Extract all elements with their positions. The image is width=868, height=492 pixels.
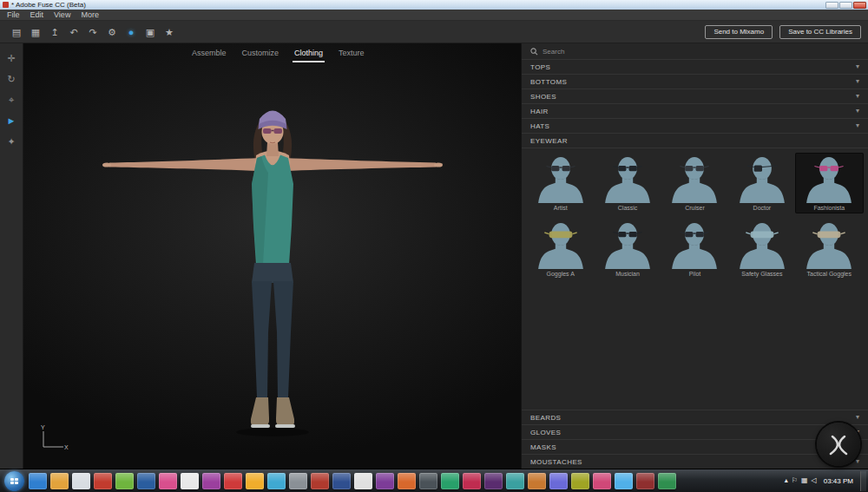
tab-customize[interactable]: Customize xyxy=(240,46,281,62)
taskbar-app-icon[interactable] xyxy=(398,473,416,489)
tab-assemble[interactable]: Assemble xyxy=(190,46,228,62)
show-desktop-button[interactable] xyxy=(860,471,866,491)
taskbar-app-icon[interactable] xyxy=(419,473,437,489)
character-sunglasses xyxy=(263,128,272,134)
eyewear-item-artist[interactable]: Artist xyxy=(527,154,594,213)
export-icon[interactable]: ↥ xyxy=(45,21,64,43)
menu-more[interactable]: More xyxy=(76,10,104,21)
taskbar-app-icon[interactable] xyxy=(289,473,307,489)
category-label: HATS xyxy=(530,122,549,130)
search-input[interactable] xyxy=(542,48,859,56)
category-hair[interactable]: HAIR▾ xyxy=(522,104,868,119)
favorites-star-icon[interactable]: ★ xyxy=(160,21,179,43)
action-center-flag-icon[interactable]: ⚐ xyxy=(792,477,798,484)
redo-icon[interactable]: ↷ xyxy=(83,21,102,43)
search-row xyxy=(522,43,868,60)
mixamo-logo-button[interactable] xyxy=(817,423,860,466)
taskbar-app-icon[interactable] xyxy=(441,473,459,489)
category-moustaches[interactable]: MOUSTACHES▾ xyxy=(522,454,868,469)
eyewear-item-pilot[interactable]: Pilot xyxy=(661,220,728,279)
zoom-tool-icon[interactable]: ⌖ xyxy=(3,94,20,107)
window-title: * Adobe Fuse CC (Beta) xyxy=(11,0,86,10)
character-model[interactable] xyxy=(97,94,448,441)
taskbar-app-icon[interactable] xyxy=(94,473,112,489)
volume-icon[interactable]: ◁ xyxy=(812,477,817,484)
taskbar-app-icon[interactable] xyxy=(354,473,372,489)
taskbar-app-icon[interactable] xyxy=(50,473,69,489)
tab-texture[interactable]: Texture xyxy=(337,46,366,62)
sync-icon[interactable]: ● xyxy=(122,21,141,43)
taskbar-app-icon[interactable] xyxy=(636,473,654,489)
maximize-button[interactable] xyxy=(839,2,852,9)
settings-gear-icon[interactable]: ⚙ xyxy=(102,21,122,43)
close-button[interactable] xyxy=(853,2,866,9)
taskbar-app-icon[interactable] xyxy=(181,473,199,489)
libraries-icon[interactable]: ▣ xyxy=(141,21,160,43)
taskbar-app-icon[interactable] xyxy=(29,473,47,489)
menu-edit[interactable]: Edit xyxy=(25,10,49,21)
eyewear-item-safety-glasses[interactable]: Safety Glasses xyxy=(728,220,795,279)
axis-indicator: Y X xyxy=(37,423,69,453)
viewport-3d[interactable]: AssembleCustomizeClothingTexture xyxy=(23,43,521,469)
save-to-cc-libraries-button[interactable]: Save to CC Libraries xyxy=(779,25,861,39)
minimize-button[interactable] xyxy=(825,2,838,9)
category-list-top: TOPS▾BOTTOMS▾SHOES▾HAIR▾HATS▾EYEWEAR xyxy=(522,60,868,148)
taskbar-app-icon[interactable] xyxy=(615,473,633,489)
start-button[interactable] xyxy=(4,471,24,491)
eyewear-item-fashionista[interactable]: Fashionista xyxy=(796,154,863,213)
send-to-mixamo-button[interactable]: Send to Mixamo xyxy=(705,25,773,39)
titlebar[interactable]: * Adobe Fuse CC (Beta) xyxy=(0,0,868,10)
taskbar-app-icon[interactable] xyxy=(593,473,611,489)
taskbar-app-icon[interactable] xyxy=(549,473,568,489)
taskbar-app-icon[interactable] xyxy=(571,473,589,489)
eyewear-item-goggles-a[interactable]: Goggles A xyxy=(527,220,594,279)
pan-tool-icon[interactable]: ✛ xyxy=(3,52,20,65)
panels-icon[interactable]: ▤ xyxy=(7,21,26,43)
category-tops[interactable]: TOPS▾ xyxy=(522,60,868,75)
rotate-tool-icon[interactable]: ↻ xyxy=(3,73,20,86)
category-beards[interactable]: BEARDS▾ xyxy=(522,410,868,424)
taskbar-app-icon[interactable] xyxy=(115,473,134,489)
taskbar-app-icon[interactable] xyxy=(528,473,546,489)
tab-clothing[interactable]: Clothing xyxy=(293,46,325,62)
category-gloves[interactable]: GLOVES▾ xyxy=(522,424,868,439)
taskbar-app-icon[interactable] xyxy=(267,473,286,489)
category-label: SHOES xyxy=(530,93,556,101)
taskbar-app-icon[interactable] xyxy=(658,473,676,489)
taskbar-app-icon[interactable] xyxy=(506,473,524,489)
undo-icon[interactable]: ↶ xyxy=(64,21,83,43)
taskbar-app-icon[interactable] xyxy=(224,473,242,489)
eyewear-item-cruiser[interactable]: Cruiser xyxy=(661,154,728,213)
eyewear-item-musician[interactable]: Musician xyxy=(594,220,661,279)
category-hats[interactable]: HATS▾ xyxy=(522,119,868,134)
taskbar-app-icon[interactable] xyxy=(311,473,329,489)
save-icon[interactable]: ▦ xyxy=(26,21,45,43)
category-bottoms[interactable]: BOTTOMS▾ xyxy=(522,75,868,89)
taskbar-app-icon[interactable] xyxy=(202,473,220,489)
category-eyewear[interactable]: EYEWEAR xyxy=(522,134,868,148)
pose-tool-icon[interactable]: ✦ xyxy=(3,135,20,148)
taskbar-app-icon[interactable] xyxy=(72,473,90,489)
chevron-down-icon: ▾ xyxy=(856,63,859,70)
category-shoes[interactable]: SHOES▾ xyxy=(522,89,868,104)
taskbar-app-icon[interactable] xyxy=(137,473,155,489)
eyewear-item-classic[interactable]: Classic xyxy=(594,154,661,213)
show-hidden-icons-chevron[interactable]: ▴ xyxy=(785,477,788,484)
axis-x-label: X xyxy=(64,444,69,450)
taskbar-app-icon[interactable] xyxy=(484,473,503,489)
menu-file[interactable]: File xyxy=(2,10,25,21)
menu-view[interactable]: View xyxy=(49,10,76,21)
taskbar-app-icon[interactable] xyxy=(332,473,351,489)
network-icon[interactable]: ▦ xyxy=(801,477,808,484)
eyewear-item-doctor[interactable]: Doctor xyxy=(728,154,795,213)
taskbar-app-icon[interactable] xyxy=(159,473,177,489)
taskbar-app-icon[interactable] xyxy=(246,473,264,489)
select-tool-icon[interactable]: ► xyxy=(3,115,20,128)
clock[interactable]: 03:43 PM xyxy=(820,477,857,485)
left-tool-rail: ✛↻⌖►✦ xyxy=(0,43,23,469)
eyewear-item-tactical-goggles[interactable]: Tactical Goggles xyxy=(796,220,863,279)
eyewear-item-label: Classic xyxy=(618,205,638,211)
taskbar-app-icon[interactable] xyxy=(463,473,481,489)
taskbar-app-icon[interactable] xyxy=(376,473,394,489)
floor-shadow xyxy=(236,428,309,436)
